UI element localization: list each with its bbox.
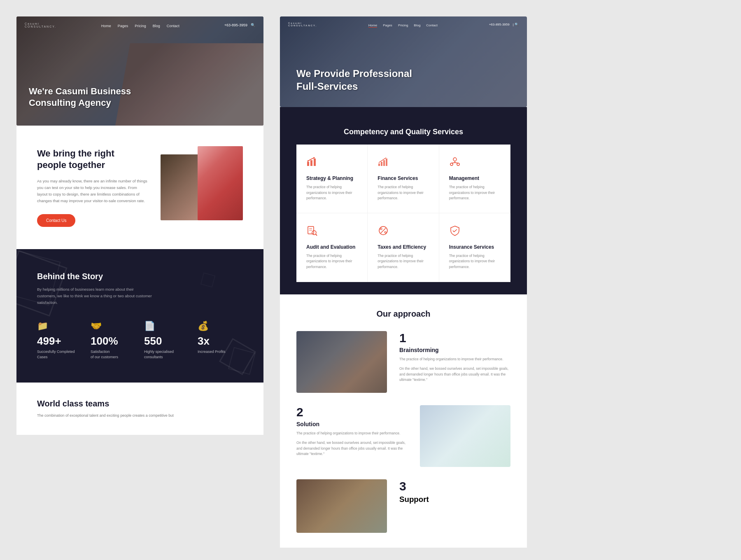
svg-rect-7	[383, 160, 385, 166]
hero-right: Casumi CONSULTANCY. Home Pages Pricing B…	[280, 16, 527, 107]
svg-point-16	[312, 231, 316, 235]
hero-left-heading: We're Casumi Business Consulting Agency	[29, 86, 131, 109]
strategy-icon	[306, 156, 357, 170]
stat-icon-profits: 💰	[198, 321, 243, 331]
svg-point-23	[384, 231, 386, 233]
stat-number-profits: 3x	[198, 335, 243, 348]
strategy-title: Strategy & Planning	[306, 175, 357, 181]
svg-point-3	[308, 161, 309, 162]
approach-title: Our approach	[296, 309, 510, 319]
about-text: We bring the right people together As yo…	[37, 148, 148, 227]
taxes-title: Taxes and Efficiency	[377, 244, 429, 250]
approach-section: Our approach 1 Brainstorming The practic…	[280, 294, 527, 548]
stats-body: By helping millions of businesses learn …	[37, 286, 152, 306]
service-insurance: Insurance Services The practice of helpi…	[439, 213, 510, 282]
nav-links-left: Home Pages Pricing Blog Contact	[101, 21, 179, 29]
nav-contact-right[interactable]: Contact	[426, 23, 438, 27]
approach-desc2-2: On the other hand, we bossed ourselves a…	[296, 440, 408, 457]
svg-line-17	[316, 234, 317, 236]
approach-heading-2: Solution	[296, 421, 408, 427]
about-section: We bring the right people together As yo…	[16, 126, 263, 249]
stat-number-consultants: 550	[144, 335, 189, 348]
approach-image-3	[296, 479, 387, 533]
stat-label-consultants: Highly specialised consultants	[144, 349, 189, 359]
stat-label-cases: Succesfully Completed Cases	[37, 349, 82, 359]
svg-point-9	[453, 158, 457, 161]
svg-point-10	[450, 163, 453, 166]
stat-item-profits: 💰 3x Increased Profits	[198, 321, 243, 359]
service-audit: Audit and Evaluation The practice of hel…	[296, 213, 368, 282]
hero-left: Casumi CONSULTANCY. Home Pages Pricing B…	[16, 16, 263, 126]
svg-rect-8	[386, 159, 387, 166]
approach-item-1: 1 Brainstorming The practice of helping …	[296, 331, 510, 393]
nav-right: Casumi CONSULTANCY. Home Pages Pricing B…	[280, 16, 527, 32]
nav-pages-right[interactable]: Pages	[383, 23, 392, 27]
audit-icon	[306, 225, 357, 239]
finance-desc: The practice of helping organizations to…	[377, 184, 429, 201]
approach-header: Our approach	[296, 309, 510, 319]
audit-title: Audit and Evaluation	[306, 244, 357, 250]
nav-contact-left[interactable]: Contact	[167, 24, 179, 28]
services-header: Competency and Quality Services	[296, 119, 510, 140]
approach-content-3: 3 Support	[399, 479, 510, 504]
about-image-2	[198, 146, 243, 220]
about-body: As you may already know, there are an in…	[37, 178, 148, 205]
approach-number-2: 2	[296, 405, 408, 419]
svg-rect-1	[310, 160, 312, 166]
stats-grid: 📁 499+ Succesfully Completed Cases 🤝 100…	[37, 321, 243, 359]
service-finance: Finance Services The practice of helping…	[368, 145, 439, 213]
stat-icon-satisfaction: 🤝	[91, 321, 136, 331]
finance-title: Finance Services	[377, 175, 429, 181]
phone-right: +63-895-3959 | 🔍	[489, 23, 519, 26]
contact-button[interactable]: Contact Us	[37, 214, 75, 227]
nav-pricing-right[interactable]: Pricing	[398, 23, 408, 27]
svg-point-22	[380, 228, 382, 230]
approach-item-2: 2 Solution The practice of helping organ…	[296, 405, 510, 467]
services-section: Competency and Quality Services Strategy…	[280, 107, 527, 294]
approach-number-1: 1	[399, 331, 510, 345]
left-column: Casumi CONSULTANCY. Home Pages Pricing B…	[16, 16, 263, 435]
approach-image-1	[296, 331, 387, 393]
svg-rect-5	[378, 163, 380, 166]
approach-item-3: 3 Support	[296, 479, 510, 533]
approach-content-1: 1 Brainstorming The practice of helping …	[399, 331, 510, 387]
nav-links-right: Home Pages Pricing Blog Contact	[368, 21, 438, 28]
search-icon-left[interactable]: 🔍	[251, 23, 255, 27]
svg-line-21	[381, 228, 386, 233]
nav-home-right[interactable]: Home	[368, 23, 377, 28]
approach-desc1-1: The practice of helping organizations to…	[399, 357, 510, 362]
search-icon-right[interactable]: | 🔍	[513, 23, 519, 26]
world-body: The combination of exceptional talent an…	[37, 413, 174, 418]
right-column: Casumi CONSULTANCY. Home Pages Pricing B…	[280, 16, 527, 548]
nav-pricing-left[interactable]: Pricing	[135, 24, 146, 28]
services-grid: Strategy & Planning The practice of help…	[296, 145, 510, 282]
hero-right-heading: We Provide Professional Full-Services	[296, 67, 412, 93]
approach-desc1-2: The practice of helping organizations to…	[296, 431, 408, 436]
nav-home-left[interactable]: Home	[101, 24, 111, 28]
service-management: Management The practice of helping organ…	[439, 145, 510, 213]
nav-pages-left[interactable]: Pages	[118, 24, 128, 28]
hero-left-content: We're Casumi Business Consulting Agency	[29, 86, 131, 109]
taxes-desc: The practice of helping organizations to…	[377, 253, 429, 270]
stat-number-satisfaction: 100%	[91, 335, 136, 348]
svg-line-13	[452, 163, 455, 163]
stat-item-consultants: 📄 550 Highly specialised consultants	[144, 321, 189, 359]
nav-blog-right[interactable]: Blog	[414, 23, 420, 27]
stat-icon-cases: 📁	[37, 321, 82, 331]
stat-item-satisfaction: 🤝 100% Satisfaction of our customers	[91, 321, 136, 359]
strategy-desc: The practice of helping organizations to…	[306, 184, 357, 201]
stat-number-cases: 499+	[37, 335, 82, 348]
audit-desc: The practice of helping organizations to…	[306, 253, 357, 270]
nav-blog-left[interactable]: Blog	[153, 24, 160, 28]
world-heading: World class teams	[37, 399, 174, 408]
stat-label-profits: Increased Profits	[198, 349, 243, 355]
approach-content-2: 2 Solution The practice of helping organ…	[296, 405, 408, 461]
about-images	[161, 146, 243, 229]
about-heading: We bring the right people together	[37, 148, 148, 171]
hero-right-content: We Provide Professional Full-Services	[296, 67, 412, 93]
logo-right: Casumi CONSULTANCY.	[288, 22, 317, 27]
nav-left: Casumi CONSULTANCY. Home Pages Pricing B…	[16, 16, 263, 34]
svg-point-11	[457, 163, 459, 166]
approach-heading-3: Support	[399, 495, 510, 504]
svg-rect-2	[314, 159, 316, 166]
